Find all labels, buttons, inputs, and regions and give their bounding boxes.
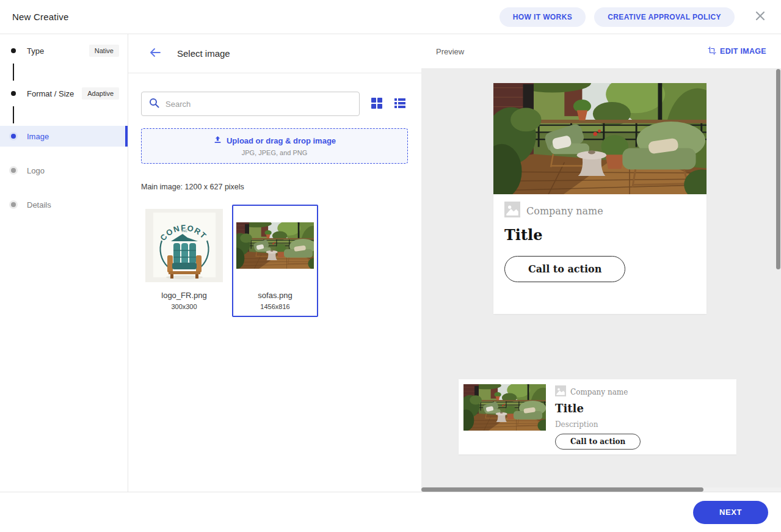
ad-preview-card-desktop: Company name Title Description Call to a… xyxy=(459,379,736,454)
preview-header: Preview EDIT IMAGE xyxy=(421,34,781,69)
terrace-photo xyxy=(493,83,707,194)
dialog-title: New Creative xyxy=(12,12,68,22)
search-row xyxy=(141,92,407,116)
how-it-works-button[interactable]: HOW IT WORKS xyxy=(499,7,586,27)
image-selection-panel: Select image xyxy=(128,34,421,492)
preview-title: Preview xyxy=(436,47,464,56)
step-dot-completed xyxy=(11,48,16,53)
file-dimensions: 300x300 xyxy=(145,303,223,310)
list-view-icon xyxy=(394,98,406,111)
edit-image-label: EDIT IMAGE xyxy=(720,47,766,56)
logo-thumbnail xyxy=(145,209,223,282)
sidebar-item-details[interactable]: Details xyxy=(0,194,128,215)
sidebar-item-type[interactable]: Type Native xyxy=(0,40,128,61)
ad-title: Title xyxy=(555,402,641,415)
step-gap xyxy=(0,147,128,160)
step-connector xyxy=(13,106,14,123)
select-image-title: Select image xyxy=(177,48,230,59)
header-actions: HOW IT WORKS CREATIVE APPROVAL POLICY xyxy=(499,7,769,27)
call-to-action-button[interactable]: Call to action xyxy=(555,434,641,450)
grid-view-icon xyxy=(371,97,383,111)
crop-icon xyxy=(708,46,716,57)
file-item-sofas-selected[interactable]: sofas.png 1456x816 xyxy=(232,205,318,317)
company-logo-placeholder-icon xyxy=(555,385,566,399)
horizontal-scrollbar-thumb[interactable] xyxy=(421,487,703,492)
upload-icon xyxy=(213,135,222,146)
step-connector xyxy=(13,64,14,81)
ad-preview-card-mobile: Company name Title Call to action xyxy=(493,83,707,314)
ad-company-name: Company name xyxy=(570,388,628,396)
search-box xyxy=(141,92,360,116)
main-image-size-label: Main image: 1200 x 627 pixels xyxy=(141,183,407,191)
step-badge-format: Adaptive xyxy=(82,87,119,100)
ad-company-name: Company name xyxy=(526,205,603,217)
terrace-photo-small xyxy=(463,384,546,431)
step-dot-upcoming xyxy=(11,168,16,173)
back-button[interactable] xyxy=(148,46,162,61)
grid-view-button[interactable] xyxy=(369,97,384,111)
stepper-sidebar: Type Native Format / Size Adaptive Image… xyxy=(0,34,128,492)
step-label: Logo xyxy=(27,166,45,175)
step-gap xyxy=(0,181,128,194)
upload-dropzone[interactable]: Upload or drag & drop image JPG, JPEG, a… xyxy=(141,128,408,164)
view-toggles xyxy=(369,97,407,111)
close-button[interactable] xyxy=(752,9,769,26)
dialog-footer: NEXT xyxy=(0,492,781,532)
edit-image-button[interactable]: EDIT IMAGE xyxy=(708,46,766,57)
sidebar-item-logo[interactable]: Logo xyxy=(0,160,128,181)
step-label: Image xyxy=(27,132,49,141)
upload-label: Upload or drag & drop image xyxy=(227,136,336,145)
ad-title: Title xyxy=(504,226,696,244)
file-name: sofas.png xyxy=(236,291,314,300)
step-badge-type: Native xyxy=(89,45,119,57)
preview-scroll-area: Company name Title Call to action Mobile… xyxy=(421,69,781,492)
file-dimensions: 1456x816 xyxy=(236,303,314,310)
sidebar-item-format-size[interactable]: Format / Size Adaptive xyxy=(0,83,128,104)
preview-panel: Preview EDIT IMAGE xyxy=(421,34,781,492)
select-image-header: Select image xyxy=(128,34,421,73)
call-to-action-button[interactable]: Call to action xyxy=(504,256,625,282)
step-dot-active xyxy=(11,134,16,139)
back-arrow-icon xyxy=(150,48,161,59)
new-creative-dialog: New Creative HOW IT WORKS CREATIVE APPRO… xyxy=(0,0,781,532)
company-logo-placeholder-icon xyxy=(504,202,520,220)
dialog-header: New Creative HOW IT WORKS CREATIVE APPRO… xyxy=(0,0,781,34)
step-dot-upcoming xyxy=(11,202,16,207)
step-label: Details xyxy=(27,200,51,210)
next-button[interactable]: NEXT xyxy=(693,501,768,524)
vertical-scrollbar-thumb[interactable] xyxy=(776,69,780,269)
list-view-button[interactable] xyxy=(393,97,407,111)
step-label: Format / Size xyxy=(27,89,74,98)
close-icon xyxy=(755,11,765,23)
search-input[interactable] xyxy=(165,100,352,109)
file-item-logo[interactable]: logo_FR.png 300x300 xyxy=(141,205,227,317)
step-dot-completed xyxy=(11,91,16,96)
step-label: Type xyxy=(27,46,44,56)
search-icon xyxy=(149,98,159,111)
sidebar-item-image[interactable]: Image xyxy=(0,126,128,147)
ad-description: Description xyxy=(555,420,641,429)
sofas-thumbnail xyxy=(236,209,314,282)
creative-approval-policy-button[interactable]: CREATIVE APPROVAL POLICY xyxy=(594,7,735,27)
image-library-list: logo_FR.png 300x300 sofas.png 1456x816 xyxy=(141,205,407,317)
upload-formats: JPG, JPEG, and PNG xyxy=(142,149,407,156)
file-name: logo_FR.png xyxy=(145,291,223,300)
